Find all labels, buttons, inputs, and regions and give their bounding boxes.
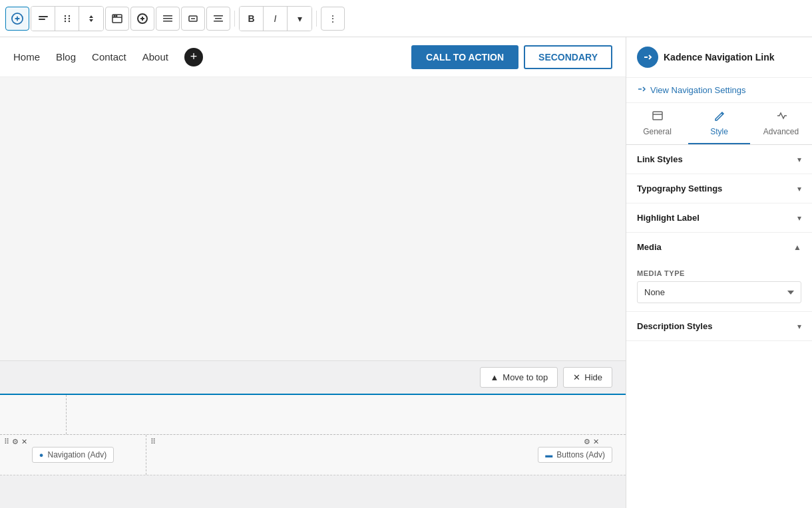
block-align-button[interactable]	[31, 7, 55, 31]
svg-rect-17	[214, 15, 223, 17]
nav-links: Home Blog Contact About +	[13, 48, 203, 66]
typography-chevron: ▾	[797, 184, 801, 193]
toolbar-separator-2	[316, 11, 317, 27]
typography-title: Typography Settings	[637, 184, 722, 193]
resize-button[interactable]	[181, 7, 205, 31]
close-icon: ✕	[573, 372, 580, 382]
media-body: MEDIA TYPE None Icon Image	[626, 261, 812, 311]
move-to-top-label: Move to top	[503, 372, 548, 382]
view-navigation-settings[interactable]: View Navigation Settings	[626, 78, 812, 103]
buttons-block-text: Buttons (Adv)	[556, 450, 605, 459]
block-cell-buttons: ⠿ ⚙ ✕ ▬ Buttons (Adv)	[146, 435, 626, 475]
link-styles-chevron: ▾	[797, 155, 801, 164]
preview-button[interactable]	[105, 7, 129, 31]
svg-point-10	[114, 15, 115, 17]
navigation-block-icon: ●	[39, 451, 44, 459]
svg-rect-19	[214, 21, 223, 22]
block-move-button[interactable]	[79, 7, 103, 31]
svg-rect-1	[39, 16, 48, 17]
svg-point-7	[64, 20, 65, 21]
accordion-link-styles-header[interactable]: Link Styles ▾	[626, 145, 812, 174]
accordion-link-styles: Link Styles ▾	[626, 145, 812, 174]
canvas-area: Home Blog Contact About + CALL TO ACTION…	[0, 37, 626, 508]
canvas-content	[0, 77, 626, 360]
move-to-top-button[interactable]: ▲ Move to top	[480, 367, 558, 388]
hide-button[interactable]: ✕ Hide	[563, 367, 612, 388]
svg-rect-18	[215, 18, 222, 19]
description-chevron: ▾	[797, 322, 801, 331]
italic-button[interactable]: I	[264, 7, 288, 31]
media-type-select[interactable]: None Icon Image	[637, 281, 801, 303]
media-title: Media	[637, 242, 662, 252]
navigation-block-text: Navigation (Adv)	[47, 450, 106, 459]
align-text-button[interactable]	[156, 7, 180, 31]
accordion-typography: Typography Settings ▾	[626, 174, 812, 203]
svg-rect-20	[653, 112, 662, 120]
view-settings-text: View Navigation Settings	[650, 85, 746, 95]
secondary-button[interactable]: SECONDARY	[524, 45, 612, 69]
right-panel: Kadence Navigation Link View Navigation …	[626, 37, 812, 508]
description-styles-title: Description Styles	[637, 321, 712, 331]
tab-general[interactable]: General	[626, 103, 688, 144]
media-chevron: ▲	[793, 243, 801, 252]
media-type-label: MEDIA TYPE	[637, 269, 801, 277]
hide-label: Hide	[584, 372, 602, 382]
settings-icon	[637, 84, 646, 96]
bold-button[interactable]: B	[240, 7, 264, 31]
logo-button[interactable]	[5, 7, 29, 31]
toolbar-separator-1	[234, 11, 235, 27]
more-styles-button[interactable]: ▾	[288, 7, 311, 31]
navigation-block-label[interactable]: ● Navigation (Adv)	[32, 447, 114, 463]
svg-point-4	[68, 15, 69, 16]
nav-about[interactable]: About	[142, 51, 168, 63]
svg-point-11	[116, 15, 117, 17]
panel-header: Kadence Navigation Link	[626, 37, 812, 78]
nav-cta-buttons: CALL TO ACTION SECONDARY	[411, 45, 612, 69]
accordion-media: Media ▲ MEDIA TYPE None Icon Image	[626, 233, 812, 312]
style-tab-label: Style	[710, 127, 728, 136]
accordion-highlight-header[interactable]: Highlight Label ▾	[626, 203, 812, 232]
block-drag-button[interactable]	[55, 7, 79, 31]
text-format-group: B I ▾	[239, 6, 312, 31]
add-button[interactable]	[130, 7, 154, 31]
advanced-tab-icon	[775, 110, 787, 124]
accordion-highlight-label: Highlight Label ▾	[626, 203, 812, 233]
bottom-bar: ▲ Move to top ✕ Hide	[0, 360, 626, 394]
tab-style[interactable]: Style	[688, 103, 750, 144]
highlight-chevron: ▾	[797, 213, 801, 223]
more-options-button[interactable]: ⋮	[321, 7, 345, 31]
nav-blog[interactable]: Blog	[56, 51, 76, 63]
accordion-description-header[interactable]: Description Styles ▾	[626, 312, 812, 340]
block-cell-navigation: ⠿ ⚙ ✕ ● Navigation (Adv)	[0, 435, 146, 475]
style-tab-icon	[713, 110, 725, 124]
panel-tabs: General Style Advanced	[626, 103, 812, 145]
svg-point-6	[68, 17, 69, 19]
svg-point-8	[68, 20, 69, 21]
nav-add-link-button[interactable]: +	[184, 48, 203, 66]
advanced-tab-label: Advanced	[763, 127, 799, 136]
center-align-button[interactable]	[206, 7, 230, 31]
svg-rect-14	[163, 18, 172, 19]
toolbar: B I ▾ ⋮	[0, 0, 812, 37]
svg-rect-13	[163, 15, 172, 17]
accordion-typography-header[interactable]: Typography Settings ▾	[626, 174, 812, 203]
cta-button[interactable]: CALL TO ACTION	[411, 45, 518, 69]
block-editor-area: ⠿ ⚙ ✕ ● Navigation (Adv) ⠿ ⚙	[0, 394, 626, 508]
highlight-label-title: Highlight Label	[637, 213, 700, 223]
nav-contact[interactable]: Contact	[92, 51, 126, 63]
nav-home[interactable]: Home	[13, 51, 40, 63]
block-row-bottom	[0, 475, 626, 508]
block-row-nav: ⠿ ⚙ ✕ ● Navigation (Adv) ⠿ ⚙	[0, 435, 626, 475]
block-controls	[31, 6, 104, 31]
general-tab-icon	[652, 110, 664, 124]
block-row-empty	[0, 395, 626, 435]
svg-rect-15	[163, 21, 172, 22]
svg-rect-2	[39, 19, 45, 20]
panel-header-icon	[637, 47, 658, 68]
accordion-media-header[interactable]: Media ▲	[626, 233, 812, 261]
tab-advanced[interactable]: Advanced	[750, 103, 812, 144]
link-styles-title: Link Styles	[637, 154, 683, 164]
general-tab-label: General	[643, 127, 672, 136]
buttons-block-label[interactable]: ▬ Buttons (Adv)	[538, 447, 612, 463]
buttons-block-icon: ▬	[545, 451, 552, 459]
